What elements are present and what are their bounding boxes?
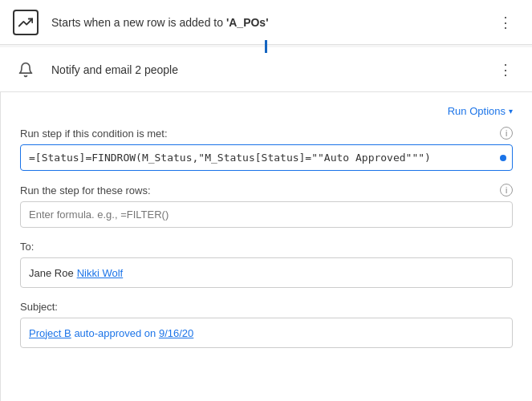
condition-label: Run step if this condition is met: i bbox=[20, 127, 513, 140]
table-name: 'A_POs' bbox=[226, 16, 269, 29]
active-indicator bbox=[500, 155, 506, 161]
run-options-row: Run Options ▾ bbox=[20, 105, 513, 117]
to-field[interactable]: Jane Roe Nikki Wolf bbox=[20, 257, 513, 288]
main-container: Starts when a new row is added to 'A_POs… bbox=[0, 0, 532, 401]
to-label: To: bbox=[20, 241, 513, 253]
main-content: Run Options ▾ Run step if this condition… bbox=[0, 92, 532, 401]
chevron-down-icon: ▾ bbox=[509, 107, 513, 115]
bell-icon bbox=[13, 57, 39, 83]
notify-menu-button[interactable]: ⋮ bbox=[492, 59, 519, 80]
subject-auto-approved: auto-approved on bbox=[74, 327, 159, 339]
notify-row: Notify and email 2 people ⋮ bbox=[0, 47, 532, 92]
subject-date-link[interactable]: 9/16/20 bbox=[159, 327, 193, 339]
subject-project-link[interactable]: Project B bbox=[29, 327, 71, 339]
subject-text: Project B auto-approved on 9/16/20 bbox=[29, 327, 193, 339]
recipient-nikki-wolf[interactable]: Nikki Wolf bbox=[77, 267, 124, 279]
condition-input[interactable] bbox=[20, 144, 513, 171]
condition-section: Run step if this condition is met: i bbox=[20, 127, 513, 171]
rows-filter-label: Run the step for these rows: i bbox=[20, 184, 513, 196]
rows-filter-input[interactable] bbox=[20, 201, 513, 228]
to-section: To: Jane Roe Nikki Wolf bbox=[20, 241, 513, 288]
rows-filter-info-icon[interactable]: i bbox=[500, 184, 513, 196]
recipient-jane-roe: Jane Roe bbox=[29, 267, 74, 279]
trigger-icon bbox=[13, 10, 39, 35]
subject-field[interactable]: Project B auto-approved on 9/16/20 bbox=[20, 318, 513, 348]
run-options-button[interactable]: Run Options ▾ bbox=[448, 105, 513, 117]
rows-filter-section: Run the step for these rows: i bbox=[20, 184, 513, 228]
condition-info-icon[interactable]: i bbox=[500, 127, 513, 140]
trigger-menu-button[interactable]: ⋮ bbox=[492, 12, 519, 33]
notify-text: Notify and email 2 people bbox=[51, 63, 492, 76]
subject-label: Subject: bbox=[20, 301, 513, 313]
condition-input-wrapper bbox=[20, 144, 513, 171]
trigger-row: Starts when a new row is added to 'A_POs… bbox=[0, 0, 532, 45]
blue-divider bbox=[0, 45, 532, 47]
subject-section: Subject: Project B auto-approved on 9/16… bbox=[20, 301, 513, 348]
trigger-text: Starts when a new row is added to 'A_POs… bbox=[51, 16, 492, 29]
